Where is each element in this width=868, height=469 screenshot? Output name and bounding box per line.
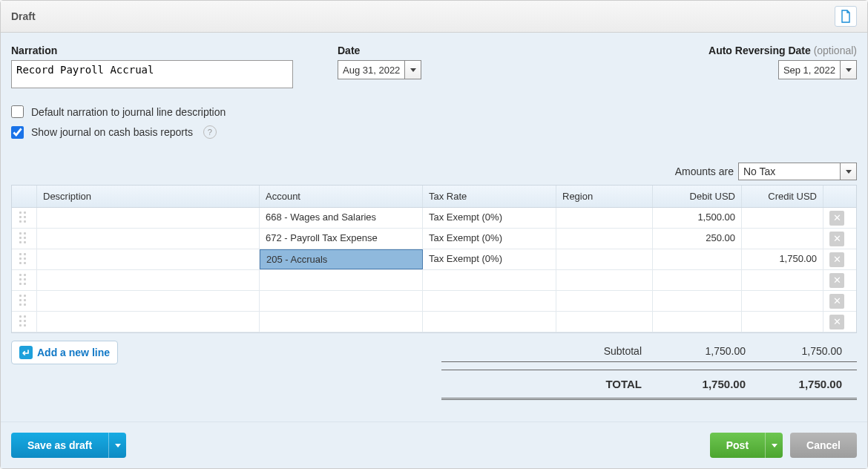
cell-region[interactable] (556, 229, 653, 249)
cell-tax-rate[interactable]: Tax Exempt (0%) (423, 229, 556, 249)
table-row[interactable]: 668 - Wages and SalariesTax Exempt (0%)1… (12, 208, 856, 229)
cancel-button[interactable]: Cancel (790, 433, 857, 458)
default-narration-checkbox-row: Default narration to journal line descri… (11, 105, 857, 118)
top-fields: Narration Date Aug 31, 2022 Auto Reversi… (11, 45, 857, 91)
cell-region[interactable] (556, 249, 653, 269)
delete-row-cell: ✕ (823, 312, 850, 332)
delete-row-button[interactable]: ✕ (829, 211, 844, 226)
save-as-draft-button[interactable]: Save as draft (11, 433, 108, 458)
total-credit: 1,750.00 (746, 378, 842, 390)
cell-credit[interactable] (742, 229, 823, 249)
table-header: Description Account Tax Rate Region Debi… (12, 186, 856, 208)
amounts-are-row: Amounts are No Tax (11, 163, 857, 180)
drag-handle[interactable] (12, 270, 37, 290)
post-button[interactable]: Post (710, 433, 765, 458)
cell-credit[interactable]: 1,750.00 (742, 249, 823, 269)
cell-tax-rate[interactable] (423, 291, 556, 311)
delete-row-cell: ✕ (823, 270, 850, 290)
cell-description[interactable] (37, 291, 260, 311)
subtotal-label: Subtotal (441, 345, 649, 357)
cell-region[interactable] (556, 312, 653, 332)
attach-file-button[interactable] (835, 6, 857, 27)
cell-debit[interactable]: 1,500.00 (653, 208, 742, 228)
cell-debit[interactable] (653, 270, 742, 290)
cell-tax-rate[interactable]: Tax Exempt (0%) (423, 249, 556, 269)
cell-tax-rate[interactable] (423, 312, 556, 332)
table-row[interactable]: 672 - Payroll Tax ExpenseTax Exempt (0%)… (12, 229, 856, 249)
auto-reversing-label-text: Auto Reversing Date (708, 45, 811, 56)
delete-row-button[interactable]: ✕ (829, 252, 844, 267)
help-icon[interactable]: ? (203, 125, 217, 139)
auto-reversing-optional: (optional) (814, 45, 857, 56)
cell-account[interactable] (260, 312, 423, 332)
table-row[interactable]: ✕ (12, 312, 856, 332)
col-description: Description (37, 186, 260, 207)
cell-tax-rate[interactable] (423, 270, 556, 290)
col-debit: Debit USD (653, 186, 742, 207)
cell-region[interactable] (556, 270, 653, 290)
drag-handle[interactable] (12, 312, 37, 332)
delete-row-button[interactable]: ✕ (829, 273, 844, 288)
delete-row-button[interactable]: ✕ (829, 294, 844, 309)
post-dropdown[interactable] (765, 433, 783, 458)
cell-credit[interactable] (742, 312, 823, 332)
default-narration-label: Default narration to journal line descri… (31, 106, 226, 118)
table-row[interactable]: ✕ (12, 291, 856, 312)
cell-description[interactable] (37, 312, 260, 332)
show-cash-label: Show journal on cash basis reports (31, 126, 193, 138)
footer-actions: Save as draft Post Cancel (1, 422, 867, 468)
cell-credit[interactable] (742, 291, 823, 311)
content-area: Narration Date Aug 31, 2022 Auto Reversi… (1, 33, 867, 422)
cell-account[interactable]: 668 - Wages and Salaries (260, 208, 423, 228)
amounts-are-select[interactable]: No Tax (738, 163, 857, 180)
cell-debit[interactable]: 250.00 (653, 229, 742, 249)
show-cash-checkbox[interactable] (11, 126, 24, 139)
drag-handle[interactable] (12, 208, 37, 228)
auto-reversing-date-picker[interactable]: Sep 1, 2022 (778, 60, 857, 79)
col-region: Region (556, 186, 653, 207)
cell-description[interactable] (37, 208, 260, 228)
chevron-down-icon (840, 163, 856, 180)
cell-account[interactable]: 672 - Payroll Tax Expense (260, 229, 423, 249)
table-row[interactable]: ✕ (12, 270, 856, 291)
journal-entry-page: Draft Narration Date Aug 31, 2022 (0, 0, 868, 469)
date-picker[interactable]: Aug 31, 2022 (338, 60, 421, 79)
auto-reversing-label: Auto Reversing Date (optional) (708, 45, 857, 56)
date-label: Date (338, 45, 421, 56)
cell-description[interactable] (37, 249, 260, 269)
save-as-draft-dropdown[interactable] (108, 433, 126, 458)
delete-row-cell: ✕ (823, 249, 850, 269)
cell-account[interactable] (260, 291, 423, 311)
default-narration-checkbox[interactable] (11, 105, 24, 118)
post-group: Post (710, 433, 783, 458)
narration-input[interactable] (11, 60, 293, 88)
delete-row-cell: ✕ (823, 229, 850, 249)
cell-tax-rate[interactable]: Tax Exempt (0%) (423, 208, 556, 228)
cell-credit[interactable] (742, 208, 823, 228)
col-credit: Credit USD (742, 186, 823, 207)
table-row[interactable]: 205 - AccrualsTax Exempt (0%)1,750.00✕ (12, 249, 856, 270)
cell-description[interactable] (37, 270, 260, 290)
add-new-line-button[interactable]: ↵ Add a new line (11, 341, 118, 364)
delete-row-button[interactable]: ✕ (829, 315, 844, 329)
cell-description[interactable] (37, 229, 260, 249)
cell-debit[interactable] (653, 291, 742, 311)
cell-debit[interactable] (653, 249, 742, 269)
cell-account[interactable] (260, 270, 423, 290)
cell-credit[interactable] (742, 270, 823, 290)
header-bar: Draft (1, 1, 867, 33)
cell-region[interactable] (556, 208, 653, 228)
cell-debit[interactable] (653, 312, 742, 332)
drag-handle[interactable] (12, 229, 37, 249)
table-body: 668 - Wages and SalariesTax Exempt (0%)1… (12, 208, 856, 332)
drag-handle[interactable] (12, 291, 37, 311)
subtotal-debit: 1,750.00 (649, 345, 746, 357)
delete-row-button[interactable]: ✕ (829, 232, 844, 246)
drag-handle[interactable] (12, 249, 37, 269)
cell-region[interactable] (556, 291, 653, 311)
cell-account[interactable]: 205 - Accruals (260, 249, 423, 269)
subtotal-row: Subtotal 1,750.00 1,750.00 (441, 341, 857, 362)
show-cash-checkbox-row: Show journal on cash basis reports ? (11, 125, 857, 139)
narration-label: Narration (11, 45, 293, 56)
delete-row-cell: ✕ (823, 291, 850, 311)
